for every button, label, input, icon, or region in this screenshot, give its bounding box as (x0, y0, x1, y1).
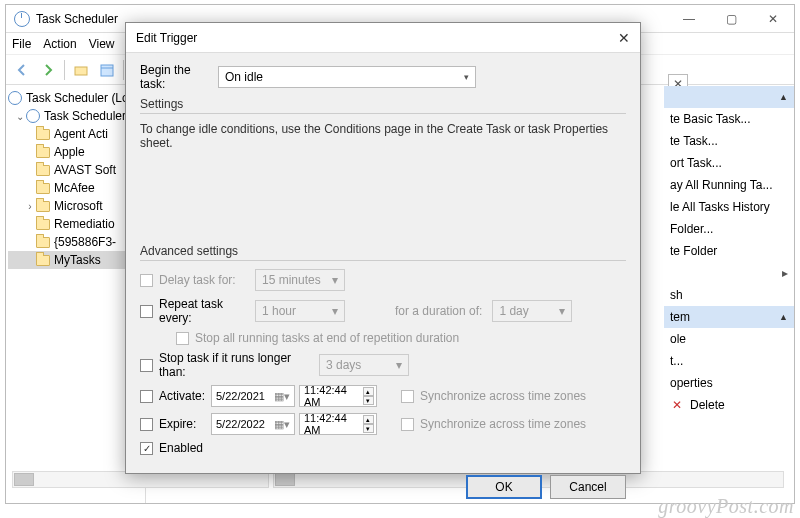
tree-root[interactable]: Task Scheduler (Lo (8, 89, 143, 107)
folder-icon (36, 201, 50, 212)
tree-item[interactable]: ›Microsoft (8, 197, 143, 215)
svg-rect-0 (75, 67, 87, 75)
tree-item-selected[interactable]: MyTasks (8, 251, 143, 269)
tree-item[interactable]: McAfee (8, 179, 143, 197)
expander-icon[interactable]: › (24, 201, 36, 212)
expire-checkbox[interactable] (140, 418, 153, 431)
chevron-down-icon: ▾ (559, 304, 565, 318)
action-item[interactable]: operties (664, 372, 794, 394)
menu-file[interactable]: File (12, 37, 31, 51)
action-delete[interactable]: ✕Delete (664, 394, 794, 416)
duration-label: for a duration of: (395, 304, 482, 318)
tree-item[interactable]: Agent Acti (8, 125, 143, 143)
clock-icon (8, 91, 22, 105)
begin-task-label: Begin the task: (140, 63, 218, 91)
action-item[interactable]: ole (664, 328, 794, 350)
delay-combo: 15 minutes▾ (255, 269, 345, 291)
tree-item[interactable]: Remediatio (8, 215, 143, 233)
action-item[interactable]: te Basic Task... (664, 108, 794, 130)
settings-hint: To change idle conditions, use the Condi… (140, 122, 626, 150)
ok-button[interactable]: OK (466, 475, 542, 499)
action-item[interactable]: sh (664, 284, 794, 306)
stopif-label: Stop task if it runs longer than: (159, 351, 319, 379)
folder-icon (36, 237, 50, 248)
spin-down-icon[interactable]: ▾ (363, 424, 374, 433)
settings-group-label: Settings (140, 97, 626, 111)
tree-item[interactable]: AVAST Soft (8, 161, 143, 179)
toolbar-divider (64, 60, 65, 80)
folder-icon (36, 219, 50, 230)
action-item[interactable]: Folder... (664, 218, 794, 240)
action-item[interactable]: te Task... (664, 130, 794, 152)
tree-item[interactable]: {595886F3- (8, 233, 143, 251)
chevron-down-icon: ▾ (464, 72, 469, 82)
stopif-combo: 3 days▾ (319, 354, 409, 376)
forward-button[interactable] (36, 58, 60, 82)
chevron-down-icon: ▾ (332, 304, 338, 318)
toolbar-divider (123, 60, 124, 80)
cancel-button[interactable]: Cancel (550, 475, 626, 499)
time-spinner[interactable]: ▴▾ (363, 415, 374, 433)
action-item[interactable]: ay All Running Ta... (664, 174, 794, 196)
stopif-checkbox[interactable] (140, 359, 153, 372)
tree-item[interactable]: Apple (8, 143, 143, 161)
menu-view[interactable]: View (89, 37, 115, 51)
folder-icon (36, 147, 50, 158)
svg-rect-1 (101, 65, 113, 76)
expire-time-field[interactable]: 11:42:44 AM▴▾ (299, 413, 377, 435)
app-icon (14, 11, 30, 27)
divider (140, 260, 626, 261)
sync-label: Synchronize across time zones (420, 389, 586, 403)
expire-date-field[interactable]: 5/22/2022▦▾ (211, 413, 295, 435)
stopall-checkbox (176, 332, 189, 345)
activate-checkbox[interactable] (140, 390, 153, 403)
folder-icon (36, 183, 50, 194)
repeat-checkbox[interactable] (140, 305, 153, 318)
enabled-label: Enabled (159, 441, 203, 455)
chevron-down-icon: ▾ (332, 273, 338, 287)
tree-library[interactable]: ⌄Task Scheduler (8, 107, 143, 125)
delete-icon: ✕ (670, 398, 684, 412)
actions-section-header[interactable]: tem▲ (664, 306, 794, 328)
activate-date-field[interactable]: 5/22/2021▦▾ (211, 385, 295, 407)
actions-pane: ▲ te Basic Task... te Task... ort Task..… (664, 86, 794, 416)
time-spinner[interactable]: ▴▾ (363, 387, 374, 405)
scroll-thumb[interactable] (14, 473, 34, 486)
delay-checkbox (140, 274, 153, 287)
dialog-titlebar: Edit Trigger ✕ (126, 23, 640, 53)
action-item[interactable]: le All Tasks History (664, 196, 794, 218)
maximize-button[interactable]: ▢ (710, 5, 752, 33)
chevron-down-icon: ▾ (396, 358, 402, 372)
repeat-combo: 1 hour▾ (255, 300, 345, 322)
chevron-up-icon: ▲ (779, 92, 788, 102)
minimize-button[interactable]: — (668, 5, 710, 33)
back-button[interactable] (10, 58, 34, 82)
delay-label: Delay task for: (159, 273, 255, 287)
clock-icon (26, 109, 40, 123)
activate-time-field[interactable]: 11:42:44 AM▴▾ (299, 385, 377, 407)
chevron-up-icon: ▲ (779, 312, 788, 322)
close-button[interactable]: ✕ (752, 5, 794, 33)
dialog-title: Edit Trigger (136, 31, 197, 45)
close-icon[interactable]: ✕ (618, 30, 630, 46)
expander-icon[interactable]: ⌄ (14, 111, 26, 122)
enabled-checkbox[interactable]: ✓ (140, 442, 153, 455)
begin-task-combo[interactable]: On idle ▾ (218, 66, 476, 88)
spin-up-icon[interactable]: ▴ (363, 387, 374, 396)
stopall-label: Stop all running tasks at end of repetit… (195, 331, 459, 345)
actions-header[interactable]: ▲ (664, 86, 794, 108)
edit-trigger-dialog: Edit Trigger ✕ Begin the task: On idle ▾… (125, 22, 641, 474)
calendar-icon[interactable] (95, 58, 119, 82)
folder-up-button[interactable] (69, 58, 93, 82)
action-item[interactable]: t... (664, 350, 794, 372)
sync-label: Synchronize across time zones (420, 417, 586, 431)
folder-icon (36, 255, 50, 266)
action-item[interactable]: te Folder (664, 240, 794, 262)
action-item[interactable]: ort Task... (664, 152, 794, 174)
sync-checkbox (401, 390, 414, 403)
spin-up-icon[interactable]: ▴ (363, 415, 374, 424)
spin-down-icon[interactable]: ▾ (363, 396, 374, 405)
actions-more-icon[interactable]: ▸ (664, 262, 794, 284)
menu-action[interactable]: Action (43, 37, 76, 51)
divider (140, 113, 626, 114)
